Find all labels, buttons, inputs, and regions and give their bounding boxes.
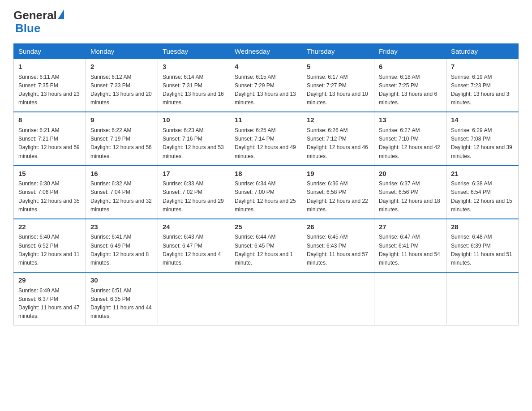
day-sun-info: Sunrise: 6:15 AMSunset: 7:29 PMDaylight:… xyxy=(235,73,297,107)
day-number: 11 xyxy=(235,115,297,125)
day-number: 12 xyxy=(307,115,369,125)
calendar-cell: 11Sunrise: 6:25 AMSunset: 7:14 PMDayligh… xyxy=(230,112,302,165)
calendar-cell: 1Sunrise: 6:11 AMSunset: 7:35 PMDaylight… xyxy=(14,59,86,112)
day-number: 1 xyxy=(18,62,81,72)
calendar-table: Sunday Monday Tuesday Wednesday Thursday… xyxy=(13,43,519,325)
calendar-cell: 30Sunrise: 6:51 AMSunset: 6:35 PMDayligh… xyxy=(86,272,158,325)
day-number: 17 xyxy=(163,169,225,179)
day-number: 18 xyxy=(235,169,297,179)
logo-general-text: General xyxy=(13,9,57,22)
day-number: 24 xyxy=(163,222,225,232)
day-number: 19 xyxy=(307,169,369,179)
logo-triangle-icon xyxy=(58,9,64,19)
day-sun-info: Sunrise: 6:23 AMSunset: 7:16 PMDaylight:… xyxy=(163,126,225,161)
col-wednesday: Wednesday xyxy=(230,44,302,59)
col-monday: Monday xyxy=(86,44,158,59)
calendar-cell: 12Sunrise: 6:26 AMSunset: 7:12 PMDayligh… xyxy=(302,112,374,165)
day-number: 22 xyxy=(18,222,81,232)
day-number: 13 xyxy=(379,115,442,125)
calendar-week-row: 1Sunrise: 6:11 AMSunset: 7:35 PMDaylight… xyxy=(14,59,519,112)
day-number: 5 xyxy=(307,62,369,72)
day-number: 6 xyxy=(379,62,442,72)
day-number: 20 xyxy=(379,169,442,179)
calendar-cell: 29Sunrise: 6:49 AMSunset: 6:37 PMDayligh… xyxy=(14,272,86,325)
calendar-cell: 22Sunrise: 6:40 AMSunset: 6:52 PMDayligh… xyxy=(14,219,86,272)
day-sun-info: Sunrise: 6:11 AMSunset: 7:35 PMDaylight:… xyxy=(18,73,81,107)
day-sun-info: Sunrise: 6:14 AMSunset: 7:31 PMDaylight:… xyxy=(163,73,225,107)
calendar-cell xyxy=(230,272,302,325)
calendar-cell xyxy=(446,272,519,325)
calendar-cell xyxy=(302,272,374,325)
day-sun-info: Sunrise: 6:36 AMSunset: 6:58 PMDaylight:… xyxy=(307,180,369,214)
col-friday: Friday xyxy=(374,44,446,59)
calendar-cell: 27Sunrise: 6:47 AMSunset: 6:41 PMDayligh… xyxy=(374,219,446,272)
calendar-cell: 19Sunrise: 6:36 AMSunset: 6:58 PMDayligh… xyxy=(302,166,374,219)
calendar-cell: 26Sunrise: 6:45 AMSunset: 6:43 PMDayligh… xyxy=(302,219,374,272)
calendar-cell xyxy=(374,272,446,325)
calendar-cell: 25Sunrise: 6:44 AMSunset: 6:45 PMDayligh… xyxy=(230,219,302,272)
day-number: 10 xyxy=(163,115,225,125)
calendar-week-row: 8Sunrise: 6:21 AMSunset: 7:21 PMDaylight… xyxy=(14,112,519,165)
calendar-cell: 14Sunrise: 6:29 AMSunset: 7:08 PMDayligh… xyxy=(446,112,519,165)
col-sunday: Sunday xyxy=(14,44,86,59)
day-number: 15 xyxy=(18,169,81,179)
calendar-cell: 10Sunrise: 6:23 AMSunset: 7:16 PMDayligh… xyxy=(158,112,230,165)
calendar-cell: 2Sunrise: 6:12 AMSunset: 7:33 PMDaylight… xyxy=(86,59,158,112)
day-sun-info: Sunrise: 6:17 AMSunset: 7:27 PMDaylight:… xyxy=(307,73,369,107)
calendar-cell: 20Sunrise: 6:37 AMSunset: 6:56 PMDayligh… xyxy=(374,166,446,219)
calendar-cell: 17Sunrise: 6:33 AMSunset: 7:02 PMDayligh… xyxy=(158,166,230,219)
calendar-cell xyxy=(158,272,230,325)
day-sun-info: Sunrise: 6:21 AMSunset: 7:21 PMDaylight:… xyxy=(18,126,81,161)
day-number: 28 xyxy=(451,222,514,232)
day-sun-info: Sunrise: 6:51 AMSunset: 6:35 PMDaylight:… xyxy=(90,287,153,321)
calendar-cell: 13Sunrise: 6:27 AMSunset: 7:10 PMDayligh… xyxy=(374,112,446,165)
day-sun-info: Sunrise: 6:25 AMSunset: 7:14 PMDaylight:… xyxy=(235,126,297,161)
day-sun-info: Sunrise: 6:37 AMSunset: 6:56 PMDaylight:… xyxy=(379,180,442,214)
calendar-cell: 15Sunrise: 6:30 AMSunset: 7:06 PMDayligh… xyxy=(14,166,86,219)
day-number: 21 xyxy=(451,169,514,179)
logo: General Blue xyxy=(13,9,64,34)
calendar-cell: 16Sunrise: 6:32 AMSunset: 7:04 PMDayligh… xyxy=(86,166,158,219)
day-sun-info: Sunrise: 6:48 AMSunset: 6:39 PMDaylight:… xyxy=(451,233,514,267)
day-number: 7 xyxy=(451,62,514,72)
calendar-cell: 9Sunrise: 6:22 AMSunset: 7:19 PMDaylight… xyxy=(86,112,158,165)
day-sun-info: Sunrise: 6:43 AMSunset: 6:47 PMDaylight:… xyxy=(163,233,225,267)
day-sun-info: Sunrise: 6:47 AMSunset: 6:41 PMDaylight:… xyxy=(379,233,442,267)
day-sun-info: Sunrise: 6:18 AMSunset: 7:25 PMDaylight:… xyxy=(379,73,442,107)
day-sun-info: Sunrise: 6:49 AMSunset: 6:37 PMDaylight:… xyxy=(18,287,81,321)
calendar-cell: 21Sunrise: 6:38 AMSunset: 6:54 PMDayligh… xyxy=(446,166,519,219)
day-sun-info: Sunrise: 6:40 AMSunset: 6:52 PMDaylight:… xyxy=(18,233,81,267)
day-number: 30 xyxy=(90,275,153,286)
calendar-week-row: 29Sunrise: 6:49 AMSunset: 6:37 PMDayligh… xyxy=(14,272,519,325)
day-number: 4 xyxy=(235,62,297,72)
day-sun-info: Sunrise: 6:12 AMSunset: 7:33 PMDaylight:… xyxy=(90,73,153,107)
calendar-cell: 4Sunrise: 6:15 AMSunset: 7:29 PMDaylight… xyxy=(230,59,302,112)
col-saturday: Saturday xyxy=(446,44,519,59)
calendar-cell: 18Sunrise: 6:34 AMSunset: 7:00 PMDayligh… xyxy=(230,166,302,219)
day-number: 23 xyxy=(90,222,153,232)
day-sun-info: Sunrise: 6:26 AMSunset: 7:12 PMDaylight:… xyxy=(307,126,369,161)
logo-blue-text: Blue xyxy=(15,22,64,35)
calendar-cell: 28Sunrise: 6:48 AMSunset: 6:39 PMDayligh… xyxy=(446,219,519,272)
day-sun-info: Sunrise: 6:38 AMSunset: 6:54 PMDaylight:… xyxy=(451,180,514,214)
day-number: 2 xyxy=(90,62,153,72)
day-sun-info: Sunrise: 6:27 AMSunset: 7:10 PMDaylight:… xyxy=(379,126,442,161)
calendar-cell: 24Sunrise: 6:43 AMSunset: 6:47 PMDayligh… xyxy=(158,219,230,272)
calendar-cell: 6Sunrise: 6:18 AMSunset: 7:25 PMDaylight… xyxy=(374,59,446,112)
day-number: 16 xyxy=(90,169,153,179)
day-sun-info: Sunrise: 6:41 AMSunset: 6:49 PMDaylight:… xyxy=(90,233,153,267)
day-number: 26 xyxy=(307,222,369,232)
day-number: 9 xyxy=(90,115,153,125)
day-sun-info: Sunrise: 6:30 AMSunset: 7:06 PMDaylight:… xyxy=(18,180,81,214)
day-sun-info: Sunrise: 6:44 AMSunset: 6:45 PMDaylight:… xyxy=(235,233,297,267)
day-sun-info: Sunrise: 6:19 AMSunset: 7:23 PMDaylight:… xyxy=(451,73,514,107)
day-sun-info: Sunrise: 6:22 AMSunset: 7:19 PMDaylight:… xyxy=(90,126,153,161)
calendar-cell: 23Sunrise: 6:41 AMSunset: 6:49 PMDayligh… xyxy=(86,219,158,272)
day-sun-info: Sunrise: 6:33 AMSunset: 7:02 PMDaylight:… xyxy=(163,180,225,214)
day-sun-info: Sunrise: 6:32 AMSunset: 7:04 PMDaylight:… xyxy=(90,180,153,214)
calendar-cell: 5Sunrise: 6:17 AMSunset: 7:27 PMDaylight… xyxy=(302,59,374,112)
day-number: 25 xyxy=(235,222,297,232)
page-header: General Blue xyxy=(13,9,519,34)
calendar-cell: 7Sunrise: 6:19 AMSunset: 7:23 PMDaylight… xyxy=(446,59,519,112)
day-number: 8 xyxy=(18,115,81,125)
